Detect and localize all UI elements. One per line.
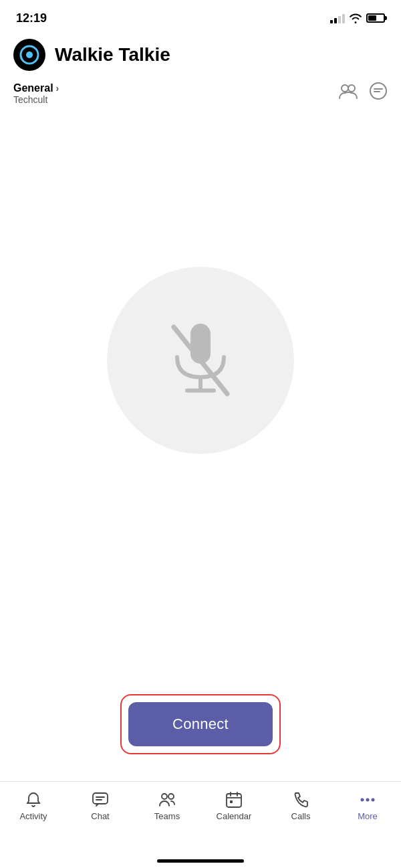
members-icon[interactable] [338,82,358,104]
app-title: Walkie Talkie [55,44,170,66]
svg-point-3 [348,85,355,92]
status-time: 12:19 [16,11,47,25]
svg-point-12 [162,794,167,799]
battery-icon [366,13,385,23]
bell-icon [25,791,42,808]
mic-circle [107,267,294,454]
svg-point-21 [372,798,375,802]
phone-nav-icon [292,791,309,808]
teams-nav-icon [158,791,176,808]
connect-button-highlight: Connect [120,694,281,754]
svg-rect-18 [230,800,233,803]
chat-icon[interactable] [369,82,388,105]
calendar-nav-icon [225,791,243,808]
app-logo [13,39,45,71]
nav-item-more[interactable]: More [334,788,401,821]
app-header: Walkie Talkie [0,33,401,79]
nav-item-teams[interactable]: Teams [134,788,200,821]
more-dots-icon [359,791,376,808]
svg-point-19 [361,798,364,802]
nav-item-chat[interactable]: Chat [67,788,134,821]
nav-label-activity: Activity [19,811,47,821]
svg-point-20 [366,798,370,802]
nav-item-activity[interactable]: Activity [0,788,67,821]
svg-point-1 [26,51,33,58]
nav-label-chat: Chat [91,811,109,821]
muted-mic-icon [160,317,241,404]
channel-bar: General › Techcult [0,79,401,113]
chevron-right-icon: › [56,83,59,94]
nav-item-calls[interactable]: Calls [267,788,334,821]
signal-icon [330,13,345,23]
home-indicator [157,859,244,863]
channel-name[interactable]: General › [13,82,59,94]
svg-point-13 [168,794,174,799]
status-bar: 12:19 [0,0,401,33]
channel-actions [338,82,388,105]
svg-rect-14 [227,794,241,807]
nav-item-calendar[interactable]: Calendar [200,788,267,821]
nav-label-calendar: Calendar [217,811,252,821]
svg-rect-9 [93,793,108,804]
nav-label-teams: Teams [154,811,180,821]
wifi-icon [349,13,362,23]
channel-info: General › Techcult [13,82,59,105]
nav-label-more: More [358,811,378,821]
status-icons [330,13,385,23]
mic-area [0,173,401,454]
bottom-nav: Activity Chat Teams Calendar [0,781,401,868]
connect-section: Connect [120,694,281,754]
channel-team: Techcult [13,94,59,105]
connect-button[interactable]: Connect [128,702,273,746]
svg-point-2 [342,85,348,92]
nav-label-calls: Calls [291,811,311,821]
chat-nav-icon [92,791,109,808]
